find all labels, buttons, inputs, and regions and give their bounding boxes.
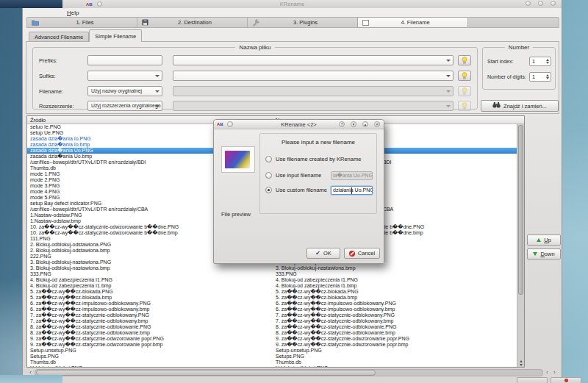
window-titlebar[interactable]: AB KRename [23,0,562,8]
prefix-type-combo[interactable] [87,55,162,65]
desktop: AB KRename Help 1. Files [0,0,588,383]
file-preview-thumbnail [221,146,255,173]
bulb-icon [462,85,467,98]
radio-krename-filename[interactable] [265,156,272,162]
list-item[interactable]: 8. za��cz-wy��cz-statycznie-odblokowanie… [27,324,517,330]
maximize-button[interactable] [538,1,543,6]
dialog-titlebar[interactable]: AB KRename <2> ? ▾ ▴ ✕ [214,120,384,129]
find-replace-button[interactable]: Znajdź i zamień... [481,100,559,112]
subtab-simple-filename[interactable]: Simple Filename [89,29,142,42]
dialog-close-button[interactable]: ✕ [374,121,380,127]
partial-button[interactable] [551,377,581,383]
simple-filename-panel: Nazwa pliku Prefiks: Sufiks: [26,41,559,114]
list-item[interactable]: 9. za��cz-wy��cz-statycznie-odwzorowanie… [27,342,517,348]
scroll-down-arrow[interactable] [520,364,523,366]
digits-spinner[interactable]: 1 [529,72,551,82]
tab-plugins[interactable]: 3. Plugins [247,17,357,28]
filename-options-frame: Please input a new filename Use filename… [259,133,377,214]
cancel-icon [349,251,355,257]
custom-filename-field[interactable]: działania Uo.PNG [331,186,373,195]
radio-custom-filename[interactable] [265,187,272,193]
wizard-tabbar: 1. Files 2. Destination 3. Plugins 4. Fi… [26,17,559,28]
partial-button[interactable] [517,377,548,383]
tabbar-filler [467,17,559,28]
prefix-insert-button[interactable] [458,55,471,65]
list-item[interactable]: 6. za��cz-wy��cz-impulsowo-odblokowany.b… [27,307,517,312]
check-icon: ✔ [315,251,320,257]
vertical-scrollbar-thumb[interactable] [518,125,523,295]
up-arrow-icon [537,238,541,242]
krename-input-dialog: AB KRename <2> ? ▾ ▴ ✕ File preview Plea… [213,119,384,264]
list-item[interactable]: 7. za��cz-wy��cz-statycznie-odblokowany.… [27,312,517,318]
vertical-scrollbar[interactable] [517,124,524,367]
preview-image [225,151,250,168]
down-arrow-icon [533,252,537,256]
list-item[interactable]: Thumbs.dbThumbs.db [27,359,517,365]
move-down-button[interactable]: Down [527,248,561,259]
ok-button[interactable]: ✔ OK [306,248,340,259]
number-group: Number Start index: 1 Number of digits: … [482,47,556,90]
number-group-title: Number [505,44,533,51]
list-item[interactable]: 3. Blokuj-odblokuj-nastawiona.bmp3. Blok… [27,265,517,271]
filename-insert-button [458,86,471,96]
bulb-icon [462,99,467,112]
menu-help[interactable]: Help [67,10,79,16]
list-item[interactable]: 5. za��cz-wy��cz-blokada.bmp5. za��cz-wy… [27,295,517,301]
filename-value-combo [173,86,453,96]
desktop-fragment-top [0,0,62,8]
list-item[interactable]: U-blokuj-odblokuj.PNGU-blokuj-odblokuj.P… [27,365,517,367]
wrench-icon [252,19,259,26]
subtab-advanced-filename[interactable]: Advanced Filename [29,32,89,42]
dialog-minimize-button[interactable]: ▾ [351,121,356,127]
horizontal-scrollbar[interactable]: ‹ ‹ › [27,369,558,376]
scroll-up-arrow[interactable] [520,360,523,362]
scroll-left-icon[interactable]: ‹ [544,369,551,376]
list-item[interactable]: Setup-unsetup.PNGSetup-unsetup.PNG [27,348,517,354]
help-button[interactable]: ? [339,121,345,127]
list-item[interactable]: 9. za��cz-wy��cz-statycznie-odwzorowanie… [27,336,517,342]
extension-mode-combo[interactable]: Użyj rozszerzenia oryginalnego [87,101,162,111]
suffix-insert-button[interactable] [458,71,471,81]
list-item[interactable]: 8. za��cz-wy��cz-statycznie-odblokowanie… [27,330,517,336]
suffix-label: Sufiks: [39,73,87,79]
window-title: KRename [23,1,562,7]
suffix-type-combo[interactable] [87,71,162,81]
nazwa-pliku-group: Nazwa pliku Prefiks: Sufiks: [32,47,478,110]
file-preview-label: File preview [221,211,251,218]
dialog-maximize-button[interactable]: ▴ [362,121,368,127]
list-item[interactable]: Setups.PNGSetups.PNG [27,354,517,359]
start-index-label: Start index: [487,59,513,64]
bulb-icon [462,54,467,67]
bulb-icon [462,69,467,82]
filename-subtabs: Advanced Filename Simple Filename [29,29,142,42]
red-icon [564,379,568,382]
digits-label: Number of digits: [487,74,526,79]
close-button[interactable] [551,1,556,6]
input-filename-field: ia�ania Uo.PNG [331,171,373,180]
minimize-button[interactable] [526,1,531,6]
radio-input-filename[interactable] [265,172,272,179]
list-item[interactable]: 5. za��cz-wy��cz-blokada.PNG5. za��cz-wy… [27,289,517,295]
list-item[interactable]: 4. Blokuj-od zabezpieczenia I1.bmp4. Blo… [27,283,517,289]
list-item[interactable]: 333.PNG333.PNG [27,271,517,277]
tab-destination[interactable]: 2. Destination [137,17,247,28]
cancel-button[interactable]: Cancel [344,248,380,259]
desktop-fragment-bottom [0,375,62,383]
horizontal-scrollbar-thumb[interactable] [36,370,376,376]
list-item[interactable]: 6. za��cz-wy��cz-impulsowo-odblokowany.P… [27,301,517,307]
scroll-right-icon[interactable]: › [551,369,558,376]
move-up-button[interactable]: Up [527,235,561,246]
prefix-label: Prefiks: [39,57,87,64]
filename-mode-combo[interactable]: Użyj nazwy oryginalnej [87,86,162,96]
list-item[interactable]: 4. Blokuj-od zabezpieczenia I1.PNG4. Blo… [27,277,517,283]
start-index-spinner[interactable]: 1 [529,57,551,66]
tab-filename[interactable]: 4. Filename [357,17,467,28]
suffix-value-combo[interactable] [173,71,453,81]
menubar: Help [23,8,562,17]
tab-files[interactable]: 1. Files [26,17,137,28]
prefix-value-combo[interactable] [173,55,453,65]
list-item[interactable]: 7. za��cz-wy��cz-statycznie-odblokowany.… [27,318,517,324]
save-icon [142,19,148,26]
group-title: Nazwa pliku [235,44,274,51]
extension-label: Rozszerzenie: [39,103,87,110]
